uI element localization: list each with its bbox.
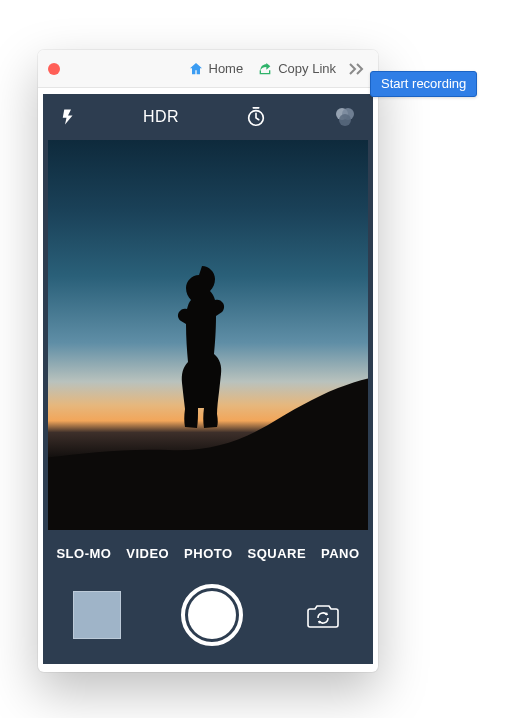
last-photo-thumbnail[interactable] (73, 591, 121, 639)
filters-icon (333, 106, 357, 128)
overflow-menu-button[interactable] (346, 62, 368, 76)
timer-button[interactable] (245, 106, 267, 128)
camera-viewfinder[interactable] (48, 140, 368, 530)
switch-camera-icon (306, 601, 340, 629)
shutter-inner (188, 591, 236, 639)
chevrons-right-icon (348, 62, 366, 76)
copy-link-button[interactable]: Copy Link (253, 59, 340, 79)
camera-modes: SLO-MO VIDEO PHOTO SQUARE PANO (43, 530, 373, 576)
timer-icon (245, 106, 267, 128)
viewfinder-silhouette (176, 266, 228, 428)
copy-link-label: Copy Link (278, 61, 336, 76)
mode-pano[interactable]: PANO (321, 546, 360, 561)
titlebar: Home Copy Link (38, 50, 378, 88)
flash-icon (59, 105, 77, 129)
app-window: Home Copy Link Start recording HDR (38, 50, 378, 672)
mode-slomo[interactable]: SLO-MO (56, 546, 111, 561)
camera-controls (43, 576, 373, 664)
close-window-dot[interactable] (48, 63, 60, 75)
start-recording-tooltip[interactable]: Start recording (370, 71, 477, 97)
home-button[interactable]: Home (184, 59, 248, 79)
hdr-button[interactable]: HDR (143, 108, 179, 126)
share-icon (257, 61, 273, 77)
mode-video[interactable]: VIDEO (126, 546, 169, 561)
filters-button[interactable] (333, 106, 357, 128)
camera-top-bar: HDR (43, 94, 373, 140)
flash-button[interactable] (59, 105, 77, 129)
svg-point-3 (339, 114, 351, 126)
mode-photo[interactable]: PHOTO (184, 546, 233, 561)
shutter-button[interactable] (181, 584, 243, 646)
switch-camera-button[interactable] (303, 599, 343, 631)
home-icon (188, 61, 204, 77)
mode-square[interactable]: SQUARE (247, 546, 306, 561)
phone-simulator: HDR (43, 94, 373, 664)
home-label: Home (209, 61, 244, 76)
